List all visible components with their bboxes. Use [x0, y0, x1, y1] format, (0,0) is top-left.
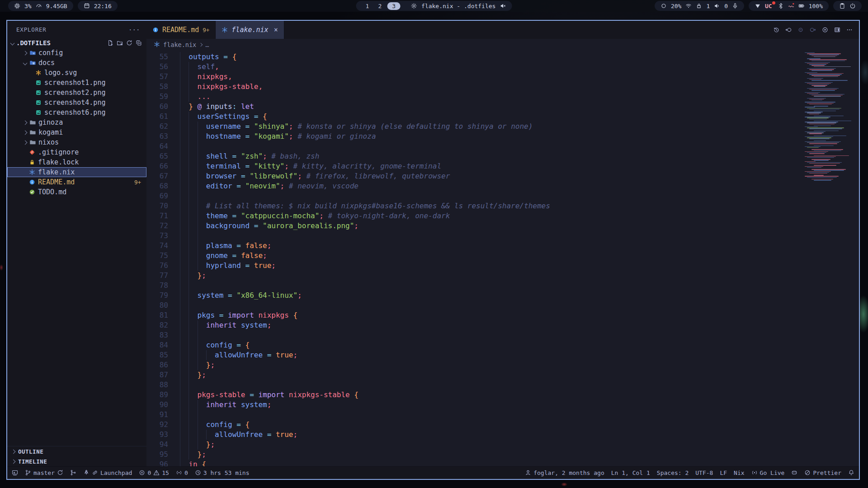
explorer-item-README.md[interactable]: README.md9+	[7, 177, 146, 187]
indent-guide	[198, 241, 198, 251]
explorer-item-flake.lock[interactable]: flake.lock	[7, 157, 146, 167]
system-stats-widget[interactable]: 3% 9.45GB	[8, 1, 73, 11]
tab-README.md[interactable]: README.md9+	[146, 21, 216, 39]
minimap-line	[805, 72, 817, 73]
explorer-item-config[interactable]: config	[7, 48, 146, 58]
explorer-item-screenshot2.png[interactable]: screenshot2.png	[7, 88, 146, 98]
explorer-item-flake.nix[interactable]: flake.nix	[7, 167, 146, 177]
tab-flake.nix[interactable]: flake.nix×	[216, 21, 284, 39]
explorer-more-icon[interactable]: ···	[128, 26, 140, 33]
nav-back-icon[interactable]	[785, 27, 792, 33]
editor-group: README.md9+flake.nix× flake.nix … 55 out…	[146, 21, 859, 466]
status-launchpad-text: Launchpad	[100, 469, 132, 476]
line-content	[180, 410, 859, 420]
explorer-item-screenshot6.png[interactable]: screenshot6.png	[7, 108, 146, 117]
code-line-96: 96 in {	[146, 460, 859, 466]
workspace-root-row[interactable]: .DOTFILES	[7, 38, 146, 48]
refresh-icon[interactable]	[126, 40, 132, 46]
status-indentation[interactable]: Spaces: 2	[657, 469, 689, 476]
explorer-item-.gitignore[interactable]: .gitignore	[7, 147, 146, 157]
status-go-live[interactable]: Go Live	[751, 469, 785, 476]
line-number: 64	[146, 141, 180, 151]
workspace-3-active[interactable]: 3	[387, 2, 401, 10]
breadcrumb[interactable]: flake.nix …	[146, 39, 859, 51]
keyboard-layout-indicator: UC	[765, 3, 774, 9]
explorer-item-screenshot1.png[interactable]: screenshot1.png	[7, 78, 146, 88]
new-file-icon[interactable]	[107, 40, 113, 46]
image-file-icon	[35, 109, 42, 116]
indent-guide	[180, 291, 180, 300]
status-remote-window[interactable]	[12, 469, 18, 476]
status-encoding[interactable]: UTF-8	[695, 469, 713, 476]
line-content: } @ inputs: let	[180, 102, 859, 112]
line-number: 58	[146, 82, 180, 92]
line-number: 83	[146, 330, 180, 340]
minimap[interactable]	[805, 52, 854, 181]
explorer-item-TODO.md[interactable]: TODO.md	[7, 187, 146, 197]
status-cursor-position[interactable]: Ln 1, Col 1	[611, 469, 650, 476]
code-line-81: 81 pkgs = import nixpkgs {	[146, 310, 859, 320]
image-file-icon	[35, 89, 42, 96]
status-git-graph[interactable]	[70, 469, 76, 476]
status-git-branch[interactable]: master	[25, 469, 63, 476]
collapse-all-icon[interactable]	[136, 40, 142, 46]
indent-guide	[180, 112, 180, 122]
indicator-value: 0	[724, 3, 728, 9]
indent-guide	[189, 370, 189, 380]
indent-guide	[189, 320, 189, 330]
explorer-item-screenshot4.png[interactable]: screenshot4.png	[7, 98, 146, 108]
new-folder-icon[interactable]	[117, 40, 123, 46]
status-copilot[interactable]	[791, 469, 797, 476]
explorer-item-docs[interactable]: docs	[7, 58, 146, 68]
workspace-1[interactable]: 1	[362, 3, 373, 9]
line-content: };	[180, 271, 859, 281]
code-area[interactable]: 55 outputs = {56 self,57 nixpkgs,58 nixp…	[146, 51, 859, 466]
code-line-86: 86 };	[146, 360, 859, 370]
status-eol[interactable]: LF	[720, 469, 727, 476]
indent-guide	[189, 251, 189, 261]
minimap-line	[809, 119, 827, 119]
explorer-item-nixos[interactable]: nixos	[7, 137, 146, 147]
nav-stop-icon[interactable]	[797, 27, 804, 33]
status-language-mode[interactable]: Nix	[734, 469, 744, 476]
split-editor-icon[interactable]	[834, 27, 840, 33]
status-git-blame[interactable]: foglar, 2 months ago	[525, 469, 604, 476]
indent-guide	[189, 191, 189, 201]
status-problems-text: 15	[162, 469, 169, 476]
line-content: outputs = {	[180, 52, 859, 62]
code-line-66: 66 terminal = "kitty"; # kitty, alacritt…	[146, 161, 859, 171]
line-content: allowUnfree = true;	[180, 430, 859, 440]
session-widget[interactable]	[833, 1, 862, 11]
close-tab-icon[interactable]: ×	[274, 26, 278, 34]
clock-widget[interactable]: 22:16	[78, 1, 118, 11]
nav-forward-icon[interactable]	[810, 27, 816, 33]
minimap-line	[814, 121, 851, 121]
run-file-icon[interactable]	[822, 27, 828, 33]
minimap-line	[809, 54, 839, 55]
more-actions-icon[interactable]	[846, 27, 853, 33]
status-problems-text: 0	[147, 469, 151, 476]
explorer-item-kogami[interactable]: kogami	[7, 127, 146, 137]
connectivity-battery-widget[interactable]: UC100%	[749, 1, 829, 11]
workspace-2[interactable]: 2	[374, 3, 385, 9]
indent-guide	[180, 400, 180, 410]
line-number: 71	[146, 211, 180, 221]
explorer-item-ginoza[interactable]: ginoza	[7, 117, 146, 127]
status-problems[interactable]: 015	[139, 469, 169, 476]
explorer-item-logo.svg[interactable]: logo.svg	[7, 68, 146, 78]
open-timeline-icon[interactable]	[773, 27, 779, 33]
chevron-right-icon	[199, 43, 203, 47]
memory-gauge-icon	[36, 3, 42, 9]
status-time-tracker[interactable]: 3 hrs 53 mins	[195, 469, 250, 476]
minimap-line	[814, 175, 824, 175]
outline-section[interactable]: OUTLINE	[7, 446, 146, 456]
status-notifications[interactable]	[848, 469, 854, 476]
indent-guide	[189, 221, 189, 231]
status-launchpad[interactable]: Launchpad	[83, 469, 132, 476]
status-ports[interactable]: 0	[176, 469, 188, 476]
line-content	[180, 300, 859, 310]
audio-network-widget[interactable]: 20%10	[655, 1, 744, 11]
line-number: 87	[146, 370, 180, 380]
timeline-section[interactable]: TIMELINE	[7, 456, 146, 466]
status-prettier[interactable]: Prettier	[804, 469, 841, 476]
